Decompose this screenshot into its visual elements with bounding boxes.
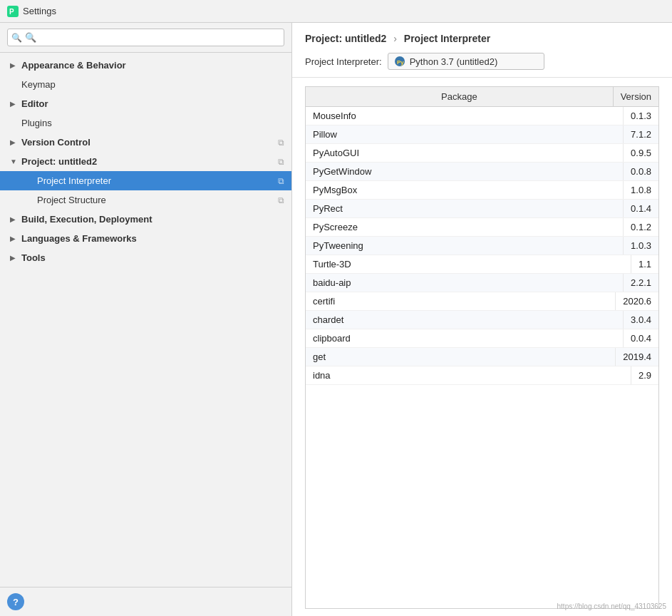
package-name-cell: PyAutoGUI bbox=[306, 144, 624, 162]
package-version-cell: 2020.6 bbox=[616, 292, 658, 310]
package-name-cell: PyMsgBox bbox=[306, 181, 624, 199]
sidebar-item-tools[interactable]: ▶ Tools bbox=[0, 248, 291, 267]
package-version-cell: 0.1.3 bbox=[624, 107, 658, 125]
sidebar-item-appearance[interactable]: ▶ Appearance & Behavior bbox=[0, 56, 291, 75]
sidebar-item-label: Project: untitled2 bbox=[21, 156, 275, 167]
table-row[interactable]: Turtle-3D1.1 bbox=[306, 255, 658, 274]
sidebar-item-plugins[interactable]: Plugins bbox=[0, 113, 291, 133]
svg-text:P: P bbox=[9, 8, 14, 16]
table-row[interactable]: Pillow7.1.2 bbox=[306, 125, 658, 144]
content-area: Project: untitled2 › Project Interpreter… bbox=[292, 23, 672, 616]
arrow-icon: ▶ bbox=[10, 254, 19, 262]
package-version-cell: 2019.4 bbox=[616, 348, 658, 366]
sidebar-item-project-interpreter[interactable]: Project Interpreter ⧉ bbox=[0, 171, 291, 190]
sidebar-item-project-structure[interactable]: Project Structure ⧉ bbox=[0, 190, 291, 210]
package-name-cell: PyScreeze bbox=[306, 218, 624, 236]
sidebar-item-label: Version Control bbox=[21, 137, 275, 148]
package-name-cell: Turtle-3D bbox=[306, 255, 631, 273]
watermark: https://blog.csdn.net/qq_43103625 bbox=[557, 602, 666, 610]
package-version-cell: 2.2.1 bbox=[624, 274, 658, 292]
sidebar-item-label: Build, Execution, Deployment bbox=[21, 214, 284, 225]
sidebar-item-label: Plugins bbox=[21, 118, 284, 128]
sidebar-bottom: ? bbox=[0, 587, 291, 616]
package-name-cell: PyRect bbox=[306, 200, 624, 217]
sidebar-item-label: Languages & Frameworks bbox=[21, 233, 284, 244]
sidebar-item-languages[interactable]: ▶ Languages & Frameworks bbox=[0, 229, 291, 248]
arrow-icon: ▼ bbox=[10, 158, 19, 165]
sidebar: 🔍 ▶ Appearance & Behavior Keymap ▶ Edito… bbox=[0, 23, 292, 616]
title-bar: P Settings bbox=[0, 0, 672, 23]
breadcrumb-project: Project: untitled2 bbox=[305, 33, 386, 44]
search-icon: 🔍 bbox=[11, 33, 22, 43]
sidebar-item-build[interactable]: ▶ Build, Execution, Deployment bbox=[0, 210, 291, 229]
copy-icon: ⧉ bbox=[278, 138, 284, 148]
package-version-cell: 1.1 bbox=[631, 255, 658, 273]
package-name-cell: idna bbox=[306, 366, 631, 384]
arrow-icon: ▶ bbox=[10, 235, 19, 242]
sidebar-item-version-control[interactable]: ▶ Version Control ⧉ bbox=[0, 133, 291, 152]
table-row[interactable]: PyScreeze0.1.2 bbox=[306, 218, 658, 237]
package-version-cell: 0.1.4 bbox=[624, 200, 658, 217]
package-name-cell: chardet bbox=[306, 311, 624, 329]
package-version-cell: 2.9 bbox=[631, 366, 658, 384]
package-name-cell: clipboard bbox=[306, 329, 624, 347]
arrow-icon: ▶ bbox=[10, 100, 19, 108]
sidebar-item-label: Tools bbox=[21, 252, 284, 263]
package-name-cell: get bbox=[306, 348, 616, 366]
python-icon: Py bbox=[394, 56, 405, 67]
table-row[interactable]: MouseInfo0.1.3 bbox=[306, 107, 658, 125]
package-version-cell: 0.0.4 bbox=[624, 329, 658, 347]
breadcrumb-page: Project Interpreter bbox=[404, 33, 490, 44]
arrow-icon: ▶ bbox=[10, 61, 19, 69]
arrow-icon: ▶ bbox=[10, 215, 19, 223]
table-row[interactable]: baidu-aip2.2.1 bbox=[306, 274, 658, 292]
sidebar-item-label: Project Interpreter bbox=[37, 175, 275, 186]
table-row[interactable]: PyGetWindow0.0.8 bbox=[306, 163, 658, 181]
package-version-cell: 0.9.5 bbox=[624, 144, 658, 162]
help-button[interactable]: ? bbox=[7, 593, 24, 610]
search-input[interactable] bbox=[7, 29, 284, 46]
packages-table: Package Version MouseInfo0.1.3Pillow7.1.… bbox=[305, 86, 659, 609]
search-wrapper: 🔍 bbox=[7, 29, 284, 46]
table-row[interactable]: PyAutoGUI0.9.5 bbox=[306, 144, 658, 163]
table-row[interactable]: get2019.4 bbox=[306, 348, 658, 366]
package-name-cell: MouseInfo bbox=[306, 107, 624, 125]
search-container: 🔍 bbox=[0, 23, 291, 53]
package-name-cell: baidu-aip bbox=[306, 274, 624, 292]
copy-icon: ⧉ bbox=[278, 195, 284, 205]
table-header: Package Version bbox=[306, 87, 658, 107]
interpreter-name: Python 3.7 (untitled2) bbox=[410, 56, 538, 67]
sidebar-item-label: Keymap bbox=[21, 79, 284, 90]
package-name-cell: Pillow bbox=[306, 125, 624, 143]
col-version-header: Version bbox=[614, 87, 658, 106]
table-row[interactable]: PyRect0.1.4 bbox=[306, 200, 658, 218]
content-header: Project: untitled2 › Project Interpreter… bbox=[292, 23, 672, 78]
svg-text:Py: Py bbox=[397, 59, 404, 66]
breadcrumb-separator: › bbox=[393, 33, 397, 44]
table-row[interactable]: PyTweening1.0.3 bbox=[306, 237, 658, 255]
window-title: Settings bbox=[23, 6, 56, 16]
sidebar-item-keymap[interactable]: Keymap bbox=[0, 75, 291, 94]
package-name-cell: PyGetWindow bbox=[306, 163, 624, 180]
interpreter-label: Project Interpreter: bbox=[305, 56, 382, 67]
arrow-icon: ▶ bbox=[10, 138, 19, 146]
interpreter-row: Project Interpreter: Py Python 3.7 (unti… bbox=[305, 53, 659, 70]
main-layout: 🔍 ▶ Appearance & Behavior Keymap ▶ Edito… bbox=[0, 23, 672, 616]
table-row[interactable]: certifi2020.6 bbox=[306, 292, 658, 311]
package-name-cell: PyTweening bbox=[306, 237, 624, 255]
table-row[interactable]: clipboard0.0.4 bbox=[306, 329, 658, 348]
interpreter-selector[interactable]: Py Python 3.7 (untitled2) bbox=[388, 53, 544, 70]
sidebar-item-label: Editor bbox=[21, 98, 284, 109]
col-package-header: Package bbox=[306, 87, 614, 106]
sidebar-item-project[interactable]: ▼ Project: untitled2 ⧉ bbox=[0, 152, 291, 171]
table-row[interactable]: PyMsgBox1.0.8 bbox=[306, 181, 658, 200]
package-version-cell: 3.0.4 bbox=[624, 311, 658, 329]
app-icon: P bbox=[7, 6, 19, 17]
table-row[interactable]: chardet3.0.4 bbox=[306, 311, 658, 329]
table-body: MouseInfo0.1.3Pillow7.1.2PyAutoGUI0.9.5P… bbox=[306, 107, 658, 608]
sidebar-item-editor[interactable]: ▶ Editor bbox=[0, 94, 291, 113]
package-version-cell: 0.1.2 bbox=[624, 218, 658, 236]
table-row[interactable]: idna2.9 bbox=[306, 366, 658, 385]
package-version-cell: 1.0.3 bbox=[624, 237, 658, 255]
sidebar-item-label: Project Structure bbox=[37, 195, 275, 205]
